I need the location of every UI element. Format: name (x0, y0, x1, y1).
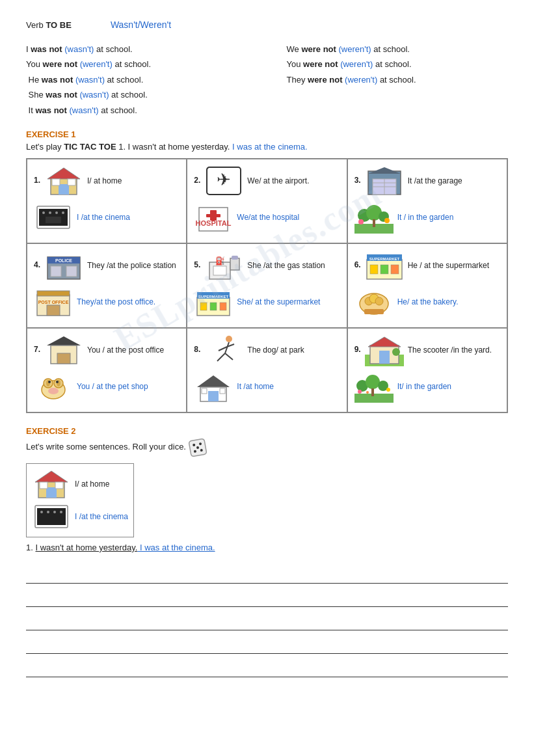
exercise1-desc: Let's play TIC TAC TOE 1. I wasn't at ho… (26, 142, 508, 152)
ex2-card-top-text: I/ at home (75, 479, 109, 489)
svg-marker-79 (197, 375, 230, 387)
svg-rect-41 (230, 258, 239, 270)
ttt-cell-6: 6. SUPERMARKET He / at the supermarket H… (347, 243, 507, 328)
conj-row-5: It was not (wasn't) at school. (26, 103, 248, 118)
exercise2-sentence-1: 1. I wasn't at home yesterday. I was at … (26, 543, 508, 552)
svg-point-72 (48, 388, 59, 394)
cell3-top: 3. It /at the garage (354, 165, 500, 197)
cell4-bottom: POST OFFICE They/at the post office. (34, 286, 180, 318)
conj-row-3: He was not (wasn't) at school. (26, 72, 248, 87)
header-row: Verb TO BE Wasn't/Weren't (26, 20, 508, 30)
house-icon (44, 165, 83, 197)
garden-icon (354, 201, 394, 234)
svg-point-73 (226, 336, 232, 342)
writing-line-5[interactable] (26, 659, 508, 677)
svg-rect-4 (68, 179, 75, 185)
gas-station-icon: ⛽ (204, 249, 243, 282)
conjugation-section: I was not (wasn't) at school. You were n… (26, 42, 508, 118)
svg-marker-86 (368, 337, 401, 347)
svg-rect-11 (46, 217, 61, 223)
ex2-card-bottom-row: I /at the cinema (32, 500, 128, 533)
airplane-icon: ✈ (204, 165, 243, 197)
cell2-top: 2. ✈ We/ at the airport. (194, 165, 340, 197)
svg-point-88 (392, 348, 400, 356)
svg-text:✈: ✈ (217, 170, 231, 189)
svg-rect-39 (37, 291, 70, 296)
svg-marker-1 (47, 168, 80, 179)
ttt-cell-4: 4. POLICE They /at the police station PO… (27, 243, 187, 328)
conj-row-1: I was not (wasn't) at school. (26, 42, 248, 57)
ex2-card-bottom-text: I /at the cinema (75, 512, 128, 521)
ttt-cell-1: 1. I/ at home I /at the cinema (27, 159, 187, 243)
dice-icon (189, 439, 207, 457)
svg-rect-64 (57, 353, 70, 364)
svg-rect-55 (380, 265, 388, 274)
svg-point-96 (366, 391, 369, 394)
garage-icon (365, 165, 404, 197)
svg-rect-43 (213, 266, 226, 275)
ex2-card-top-row: I/ at home (32, 468, 128, 500)
cell7-bottom: You / at the pet shop (34, 370, 180, 403)
svg-rect-48 (200, 303, 207, 310)
svg-text:POST OFFICE: POST OFFICE (38, 300, 69, 304)
svg-point-110 (40, 511, 43, 513)
post-office-icon: POST OFFICE (34, 286, 73, 318)
writing-line-1[interactable] (26, 565, 508, 584)
ttt-cell-8: 8. The dog/ at park It /at home (187, 328, 347, 412)
police-icon: POLICE (44, 249, 83, 282)
ttt-cell-9: 9. The scooter /in the yard. It/ in the … (347, 328, 507, 412)
conj-row-4: She was not (wasn't) at school. (26, 87, 248, 102)
cell7-top: 7. You / at the post office (34, 334, 180, 366)
svg-rect-109 (37, 508, 66, 525)
exercise1-title: EXERCISE 1 (26, 129, 508, 139)
svg-rect-50 (220, 303, 226, 310)
svg-line-76 (225, 353, 233, 360)
cell9-bottom: It/ in the garden (354, 370, 500, 403)
svg-point-113 (60, 511, 62, 513)
svg-rect-54 (370, 265, 378, 274)
conj-row-we: We were not (weren't) at school. (287, 42, 509, 57)
writing-line-3[interactable] (26, 612, 508, 630)
house-yard-icon (365, 334, 404, 366)
svg-rect-61 (364, 309, 384, 314)
post-office2-icon (44, 334, 83, 366)
svg-point-70 (48, 381, 51, 383)
svg-rect-82 (202, 388, 207, 394)
svg-text:SUPERMARKET: SUPERMARKET (369, 257, 400, 261)
conj-row-you: You were not (weren't) at school. (287, 57, 509, 72)
cell1-top: 1. I/ at home (34, 165, 180, 197)
exercise1-section: EXERCISE 1 Let's play TIC TAC TOE 1. I w… (26, 129, 508, 413)
svg-point-10 (62, 211, 64, 214)
svg-marker-19 (368, 167, 401, 174)
bakery-icon (354, 286, 394, 318)
svg-point-95 (386, 388, 390, 392)
svg-rect-17 (206, 214, 220, 217)
ttt-cell-2: 2. ✈ We/ at the airport. HOSPITAL We/at … (187, 159, 347, 243)
svg-text:SUPERMARKET: SUPERMARKET (198, 295, 229, 299)
conj-left: I was not (wasn't) at school. You were n… (26, 42, 248, 118)
runner-icon (204, 334, 243, 366)
conj-right: We were not (weren't) at school. You wer… (287, 42, 509, 118)
svg-rect-56 (391, 265, 399, 274)
ttt-cell-3: 3. It /at the garage It / in the garden (347, 159, 507, 243)
svg-marker-104 (35, 471, 68, 482)
writing-line-4[interactable] (26, 636, 508, 654)
svg-rect-87 (379, 351, 390, 364)
writing-lines (26, 565, 508, 677)
svg-point-8 (49, 211, 51, 214)
svg-point-71 (56, 381, 59, 383)
svg-rect-107 (55, 482, 63, 489)
svg-marker-62 (47, 336, 81, 345)
house2-icon (194, 370, 233, 403)
conj-row-2: You were not (weren't) at school. (26, 57, 248, 72)
svg-point-29 (358, 219, 364, 224)
pet-shop-icon (34, 370, 73, 403)
cell5-bottom: SUPERMARKET She/ at the supermarket (194, 286, 340, 318)
svg-point-7 (42, 211, 45, 214)
svg-rect-93 (371, 388, 374, 396)
svg-rect-42 (232, 256, 238, 260)
supermarket-icon: SUPERMARKET (365, 249, 404, 282)
cell6-bottom: He/ at the bakery. (354, 286, 500, 318)
writing-line-2[interactable] (26, 589, 508, 607)
svg-rect-106 (40, 482, 47, 489)
